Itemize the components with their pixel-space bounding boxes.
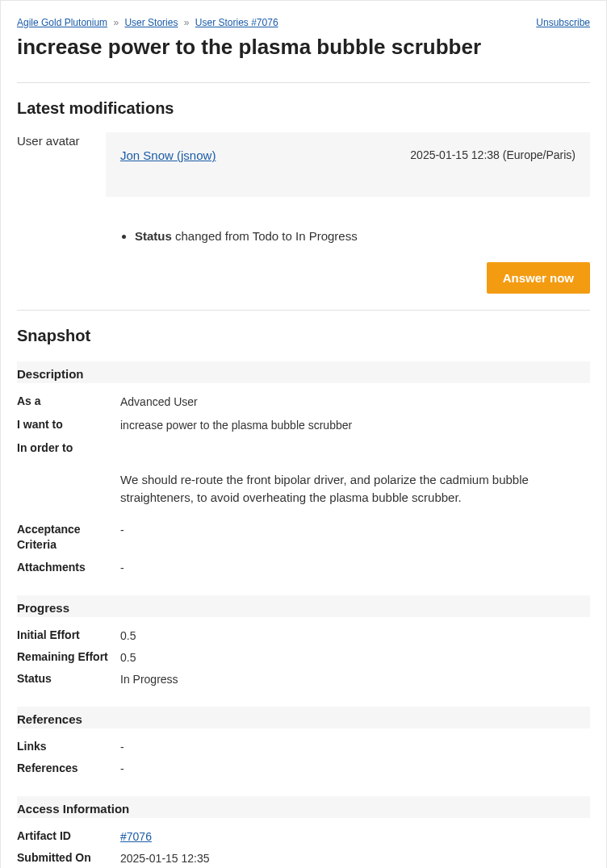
breadcrumb-item[interactable]: User Stories #7076 (195, 17, 278, 28)
access-header: Access Information (17, 802, 590, 816)
breadcrumb-sep: » (113, 17, 119, 28)
in-order-to-label: In order to (17, 440, 112, 457)
modification-timestamp: 2025-01-15 12:38 (Europe/Paris) (410, 148, 576, 161)
avatar-placeholder: User avatar (17, 132, 90, 149)
references-value: - (120, 761, 590, 778)
attachments-label: Attachments (17, 560, 112, 576)
snapshot-heading: Snapshot (17, 327, 590, 345)
as-a-label: As a (17, 394, 112, 410)
change-text: changed from Todo to In Progress (172, 229, 358, 243)
breadcrumb: Agile Gold Plutonium » User Stories » Us… (17, 17, 278, 28)
i-want-to-value: increase power to the plasma bubble scru… (120, 417, 590, 434)
i-want-to-label: I want to (17, 417, 112, 433)
as-a-value: Advanced User (120, 394, 590, 411)
acceptance-criteria-label: Acceptance Criteria (17, 522, 112, 553)
submitted-on-value: 2025-01-15 12:35 (120, 850, 590, 867)
description-body: We should re-route the front bipolar dri… (120, 471, 590, 507)
artifact-id-label: Artifact ID (17, 828, 112, 845)
description-header: Description (17, 367, 590, 381)
change-list: Status changed from Todo to In Progress (120, 229, 590, 243)
references-group-header: References (17, 707, 590, 728)
artifact-id-link[interactable]: #7076 (120, 830, 152, 843)
modification-card: Jon Snow (jsnow) 2025-01-15 12:38 (Europ… (106, 132, 590, 197)
progress-group-header: Progress (17, 595, 590, 617)
change-field: Status (135, 229, 172, 243)
remaining-effort-value: 0.5 (120, 649, 590, 666)
breadcrumb-tracker[interactable]: User Stories (124, 17, 178, 28)
links-value: - (120, 739, 590, 756)
access-group-header: Access Information (17, 796, 590, 818)
acceptance-criteria-value: - (120, 522, 590, 539)
initial-effort-label: Initial Effort (17, 628, 112, 644)
remaining-effort-label: Remaining Effort (17, 649, 112, 666)
references-label: References (17, 761, 112, 777)
unsubscribe-link[interactable]: Unsubscribe (536, 17, 590, 28)
references-header: References (17, 712, 590, 726)
attachments-value: - (120, 560, 590, 577)
breadcrumb-sep: » (184, 17, 190, 28)
page-title: increase power to the plasma bubble scru… (17, 35, 590, 60)
progress-header: Progress (17, 601, 590, 615)
divider (17, 310, 590, 311)
initial-effort-value: 0.5 (120, 628, 590, 645)
submitted-on-label: Submitted On (17, 850, 112, 866)
description-group-header: Description (17, 361, 590, 383)
change-item: Status changed from Todo to In Progress (135, 229, 590, 243)
status-value: In Progress (120, 671, 590, 688)
latest-modifications-heading: Latest modifications (17, 99, 590, 118)
divider (17, 82, 590, 83)
author-link[interactable]: Jon Snow (jsnow) (120, 148, 216, 162)
links-label: Links (17, 739, 112, 755)
answer-now-button[interactable]: Answer now (487, 262, 590, 294)
breadcrumb-project[interactable]: Agile Gold Plutonium (17, 17, 107, 28)
status-label: Status (17, 671, 112, 687)
